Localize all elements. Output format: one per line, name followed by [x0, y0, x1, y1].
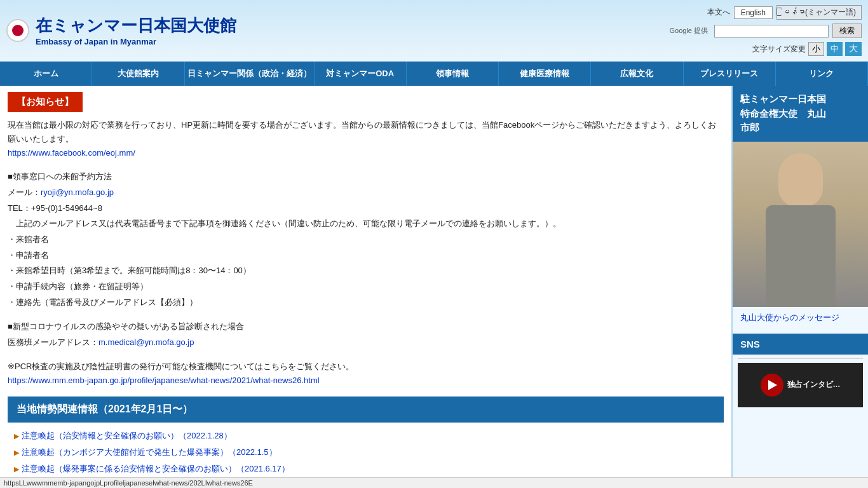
consul-mail-link[interactable]: ryoji@yn.mofa.go.jp	[41, 187, 114, 197]
sns-header: SNS	[733, 334, 868, 355]
nav-item-5[interactable]: 健康医療情報	[499, 62, 591, 86]
notice-text: 現在当館は最小限の対応で業務を行っており、HP更新に時間を要する場合がございます…	[8, 118, 724, 160]
oshirase-box: 【お知らせ】	[8, 92, 83, 112]
nav-item-3[interactable]: 対ミャンマーODA	[315, 62, 407, 86]
sns-video-inner: 独占インタビ…	[761, 374, 841, 396]
local-info-box: 当地情勢関連情報（2021年2月1日〜）	[8, 396, 724, 423]
consul-list-item: ・来館希望日時（第3希望まで。来館可能時間は8：30〜14：00）	[8, 263, 724, 279]
consul-heading: ■領事窓口への来館予約方法	[8, 169, 724, 185]
header-left: 在ミャンマー日本国大使館 Embassy of Japan in Myanmar	[6, 15, 236, 46]
navbar: ホーム大使館案内日ミャンマー関係（政治・経済）対ミャンマーODA領事情報健康医療…	[0, 62, 868, 86]
header-right: 本文へ English မြန်မာ(ミャンマー語) Google 提供 検索 …	[669, 5, 862, 56]
local-info-heading: 当地情勢関連情報（2021年2月1日〜）	[17, 403, 193, 414]
ambassador-heading-line1: 駐ミャンマー日本国	[740, 93, 826, 104]
consul-list-item: ・申請手続内容（旅券・在留証明等）	[8, 279, 724, 295]
sns-video-thumbnail[interactable]: 独占インタビ…	[738, 363, 863, 407]
font-size-medium-button[interactable]: 中	[827, 42, 843, 56]
pcr-link[interactable]: https://www.mm.emb-japan.go.jp/profile/j…	[8, 376, 320, 385]
site-title-english: Embassy of Japan in Myanmar	[36, 37, 236, 46]
pcr-section: ※PCR検査の実施及び陰性証明書の発行が可能な検査機関についてはこちらをご覧くだ…	[8, 360, 724, 388]
ambassador-header: 駐ミャンマー日本国 特命全権大使 丸山 市郎	[733, 86, 868, 142]
ambassador-heading-line3: 市郎	[740, 122, 759, 133]
header: 在ミャンマー日本国大使館 Embassy of Japan in Myanmar…	[0, 0, 868, 62]
ambassador-figure	[733, 142, 868, 307]
nav-item-4[interactable]: 領事情報	[407, 62, 499, 86]
pcr-text: ※PCR検査の実施及び陰性証明書の発行が可能な検査機関についてはこちらをご覧くだ…	[8, 360, 724, 374]
consul-list-item: ・申請者名	[8, 248, 724, 264]
consul-items-list: ・来館者名・申請者名・来館希望日時（第3希望まで。来館可能時間は8：30〜14：…	[8, 232, 724, 310]
main-container: 【お知らせ】 現在当館は最小限の対応で業務を行っており、HP更新に時間を要する場…	[0, 86, 868, 484]
news-arrow-icon: ▶	[14, 462, 19, 476]
font-size-label: 文字サイズ変更	[752, 44, 806, 55]
notice-body: 現在当館は最小限の対応で業務を行っており、HP更新に時間を要する場合がございます…	[8, 120, 716, 144]
oshirase-label: 【お知らせ】	[8, 92, 83, 112]
site-title-block: 在ミャンマー日本国大使館 Embassy of Japan in Myanmar	[36, 15, 236, 46]
ambassador-message-link[interactable]: 丸山大使からのメッセージ	[733, 307, 868, 329]
nav-item-6[interactable]: 広報文化	[591, 62, 683, 86]
ambassador-photo	[733, 142, 868, 307]
news-arrow-icon: ▶	[14, 429, 19, 443]
exclusive-label: 独占インタビ…	[787, 379, 841, 390]
news-item: ▶注意喚起（爆発事案に係る治安情報と安全確保のお願い）（2021.6.17）	[14, 461, 724, 477]
nav-item-0[interactable]: ホーム	[0, 62, 92, 86]
search-button[interactable]: 検索	[832, 24, 862, 38]
site-title-japanese: 在ミャンマー日本国大使館	[36, 15, 236, 37]
consul-mail-row: メール：ryoji@yn.mofa.go.jp	[8, 185, 724, 201]
nav-item-1[interactable]: 大使館案内	[92, 62, 184, 86]
covid-heading: ■新型コロナウイルスの感染やその疑いがある旨診断された場合	[8, 319, 724, 335]
japan-flag-icon	[6, 19, 29, 42]
sns-divider	[738, 358, 863, 359]
consul-mail-label: メール：	[8, 187, 41, 197]
covid-mail-link[interactable]: m.medical@yn.mofa.go.jp	[98, 337, 194, 347]
url-text: httpsLLwwwmmemb-japangojpLprofileljapane…	[4, 479, 253, 484]
news-link[interactable]: 注意喚起（カンボジア大使館付近で発生した爆発事案）（2022.1.5）	[22, 444, 277, 461]
covid-mail-label: 医務班メールアドレス：	[8, 337, 98, 347]
consul-list-item: ・来館者名	[8, 232, 724, 248]
covid-mail-row: 医務班メールアドレス：m.medical@yn.mofa.go.jp	[8, 335, 724, 351]
consul-section: ■領事窓口への来館予約方法 メール：ryoji@yn.mofa.go.jp TE…	[8, 169, 724, 310]
news-item: ▶注意喚起（治安情報と安全確保のお願い）（2022.1.28）	[14, 428, 724, 444]
news-link[interactable]: 注意喚起（治安情報と安全確保のお願い）（2022.1.28）	[22, 428, 232, 444]
main-content: 【お知らせ】 現在当館は最小限の対応で業務を行っており、HP更新に時間を要する場…	[0, 86, 731, 484]
consul-list-item: ・連絡先（電話番号及びメールアドレス【必須】）	[8, 295, 724, 311]
sidebar: 駐ミャンマー日本国 特命全権大使 丸山 市郎 丸山大使からのメッセージ SNS …	[731, 86, 868, 484]
consul-note: 上記のメールアドレス又は代表電話番号まで下記事項を御連絡ください（間違い防止のた…	[8, 216, 724, 232]
myanmar-button[interactable]: မြန်မာ(ミャンマー語)	[776, 5, 862, 20]
url-bar: httpsLLwwwmmemb-japangojpLprofileljapane…	[0, 477, 868, 484]
language-row: 本文へ English မြန်မာ(ミャンマー語)	[707, 5, 862, 20]
facebook-link[interactable]: https://www.facebook.com/eoj.mm/	[8, 148, 135, 158]
svg-point-1	[12, 25, 24, 36]
news-list: ▶注意喚起（治安情報と安全確保のお願い）（2022.1.28）▶注意喚起（カンボ…	[8, 428, 724, 477]
english-button[interactable]: English	[734, 6, 773, 19]
play-icon	[761, 374, 783, 396]
font-size-large-button[interactable]: 大	[845, 42, 862, 56]
font-size-row: 文字サイズ変更 小 中 大	[752, 42, 862, 56]
ambassador-heading-line2: 特命全権大使 丸山	[740, 108, 826, 119]
nav-item-8[interactable]: リンク	[776, 62, 868, 86]
play-triangle-icon	[768, 380, 777, 390]
nav-item-2[interactable]: 日ミャンマー関係（政治・経済）	[185, 62, 315, 86]
search-provider-label: Google 提供	[669, 26, 708, 36]
news-item: ▶注意喚起（カンボジア大使館付近で発生した爆発事案）（2022.1.5）	[14, 444, 724, 461]
search-input[interactable]	[714, 25, 829, 37]
news-arrow-icon: ▶	[14, 445, 19, 459]
font-size-small-button[interactable]: 小	[808, 42, 824, 56]
news-link[interactable]: 注意喚起（爆発事案に係る治安情報と安全確保のお願い）（2021.6.17）	[22, 461, 290, 477]
covid-section: ■新型コロナウイルスの感染やその疑いがある旨診断された場合 医務班メールアドレス…	[8, 319, 724, 350]
nav-item-7[interactable]: プレスリリース	[684, 62, 776, 86]
search-row: Google 提供 検索	[669, 24, 862, 38]
honbun-link[interactable]: 本文へ	[707, 7, 730, 18]
consul-tel: TEL：+95-(0)1-549644~8	[8, 201, 724, 217]
